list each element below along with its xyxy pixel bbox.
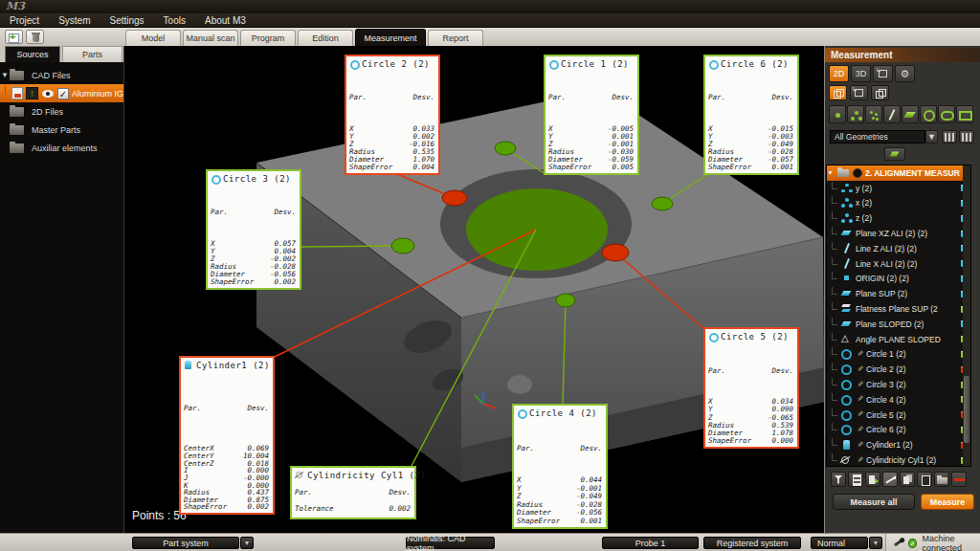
callout-circle1[interactable]: Circle 1 (2) Par.Desv. X-0.005 Y0.001 Z-… bbox=[544, 55, 639, 175]
folder-icon bbox=[10, 125, 24, 135]
registered-system-button[interactable]: Registered system bbox=[703, 537, 801, 549]
callout-circle2[interactable]: Circle 2 (2) Par.Desv. X0.033 Y0.002 Z-0… bbox=[345, 55, 440, 175]
tab-parts[interactable]: Parts bbox=[62, 46, 122, 62]
measure-all-button[interactable]: Measure all bbox=[833, 494, 915, 510]
geometry-tool-button[interactable] bbox=[847, 105, 864, 123]
measurement-tree-row[interactable]: ▼ ✎ x (2) bbox=[827, 196, 970, 211]
sidebar-item-part[interactable]: ↑ ✓ Aluminium IGS Chan bbox=[0, 84, 123, 102]
view-3d-button[interactable]: 3D bbox=[851, 65, 871, 82]
measurement-tree-row[interactable]: ▼ ✎ Plane XZ ALI (2) (2) bbox=[827, 226, 970, 241]
upload-icon[interactable]: ↑ bbox=[26, 87, 38, 99]
geometry-tool-button[interactable] bbox=[902, 105, 919, 123]
3d-viewport[interactable]: Points : 56 Circle 2 (2) Par.Desv. X0.03… bbox=[125, 46, 824, 533]
expand-arrow-icon[interactable]: ▼ bbox=[827, 169, 835, 176]
delete-button[interactable] bbox=[26, 30, 44, 44]
menu-item[interactable]: About M3 bbox=[195, 13, 256, 28]
new-project-button[interactable] bbox=[5, 30, 23, 44]
geometry-filter-select[interactable]: All Geometries bbox=[830, 130, 925, 143]
menu-item[interactable]: Project bbox=[0, 13, 49, 28]
measurement-tree-row[interactable]: ▼ ✎ Circle 5 (2) bbox=[827, 408, 970, 423]
menu-item[interactable]: Settings bbox=[100, 13, 153, 28]
visibility-eye-icon[interactable] bbox=[42, 90, 54, 98]
sidebar-item-cad-files[interactable]: ▼ CAD Files bbox=[0, 66, 123, 84]
tree-tool-button[interactable] bbox=[900, 472, 915, 487]
measurement-tree-row[interactable]: ▼ ✎ Circle 3 (2) bbox=[827, 377, 970, 392]
measurement-tree-row[interactable]: ▼ ✎ Cylinder1 (2) bbox=[827, 437, 970, 452]
measurement-tree-row[interactable]: ▼ ✎ Circle 1 (2) bbox=[827, 347, 970, 363]
geometry-tool-button[interactable] bbox=[920, 105, 937, 123]
menu-item[interactable]: System bbox=[49, 13, 100, 28]
geometry-tool-button[interactable] bbox=[883, 105, 901, 123]
measurement-tree-row[interactable]: ▼ ✎ Line Z ALI (2) (2) bbox=[827, 241, 970, 256]
window-link-button[interactable] bbox=[873, 65, 893, 82]
view-grid-button[interactable] bbox=[959, 130, 974, 143]
view-list-button[interactable] bbox=[942, 130, 957, 143]
callout-circle3[interactable]: Circle 3 (2) Par.Desv. X0.057 Y0.004 Z-0… bbox=[206, 169, 301, 290]
callout-cylindricity[interactable]: Cylindricity Cyl1 (2) Par.Desv. Toleranc… bbox=[290, 466, 416, 519]
part-system-dropdown-arrow[interactable]: ▼ bbox=[240, 537, 254, 549]
geometry-tool-button[interactable] bbox=[865, 105, 882, 123]
mode-dropdown-arrow[interactable]: ▼ bbox=[869, 537, 882, 549]
circle-icon bbox=[211, 174, 220, 184]
main-tab[interactable]: Manual scan bbox=[183, 30, 238, 46]
main-tab[interactable]: Program bbox=[240, 30, 296, 46]
tree-tool-button[interactable] bbox=[917, 472, 932, 487]
tree-scrollbar[interactable] bbox=[963, 165, 970, 466]
tool-icon bbox=[834, 474, 844, 485]
measurement-tree-row[interactable]: ▼ ✎ Circle 2 (2) bbox=[827, 362, 970, 377]
nominals-button[interactable]: Nominals: CAD system bbox=[406, 537, 495, 549]
geometry-tool-button[interactable] bbox=[938, 105, 955, 123]
measurement-tree-row[interactable]: ▼ ✎ ORIGIN (2) (2) bbox=[827, 272, 970, 287]
callout-cylinder1[interactable]: Cylinder1 (2) Par.Desv. CenterX0.069 Cen… bbox=[179, 356, 275, 515]
main-tab[interactable]: Model bbox=[125, 30, 181, 46]
measured-bore-green bbox=[466, 188, 608, 271]
checkbox-checked[interactable]: ✓ bbox=[57, 88, 69, 99]
part-system-select[interactable]: Part system bbox=[132, 537, 239, 549]
mode-select[interactable]: Normal bbox=[811, 537, 868, 549]
measurement-tree-row[interactable]: ▼ ✎ Line X ALI (2) (2) bbox=[827, 256, 970, 272]
window-link-icon bbox=[879, 70, 887, 77]
filter-dropdown-arrow[interactable]: ▼ bbox=[925, 130, 938, 143]
scrollbar-thumb[interactable] bbox=[964, 376, 969, 443]
tree-tool-button[interactable] bbox=[831, 472, 846, 487]
settings-button[interactable]: ⚙ bbox=[895, 65, 915, 82]
measurement-tree-row[interactable]: ▼ ✎ z (2) bbox=[827, 210, 970, 226]
measurement-tree-row[interactable]: ▼ ✎ Flatness Plane SUP (2 bbox=[827, 301, 970, 317]
measurement-tree-row[interactable]: ▼ ✎ Cylindricity Cyl1 (2) bbox=[827, 452, 970, 467]
geometry-tool-button[interactable] bbox=[956, 105, 973, 123]
tree-tool-button[interactable] bbox=[865, 472, 880, 487]
expand-arrow-icon[interactable]: ▼ bbox=[0, 71, 10, 79]
sidebar-item-auxiliar-elements[interactable]: Auxiliar elements bbox=[0, 139, 123, 157]
view-2d-button[interactable]: 2D bbox=[829, 65, 849, 82]
geometry-tool-button[interactable] bbox=[829, 105, 846, 123]
sidebar-item-master-parts[interactable]: Master Parts bbox=[0, 121, 123, 139]
measurement-tree-row[interactable]: ▼ ✎ Angle PLANE SLOPED bbox=[827, 332, 970, 347]
main-tab[interactable]: Measurement bbox=[355, 29, 426, 46]
refresh-geometries-button[interactable] bbox=[884, 147, 905, 161]
tree-tool-button[interactable] bbox=[848, 472, 863, 487]
probe-button[interactable]: Probe 1 bbox=[602, 537, 699, 549]
main-tab[interactable]: Edition bbox=[298, 30, 353, 46]
tree-tool-button[interactable] bbox=[882, 472, 898, 487]
tab-sources[interactable]: Sources bbox=[5, 46, 60, 62]
measure-button[interactable]: Measure bbox=[921, 494, 974, 510]
callout-circle6[interactable]: Circle 6 (2) Par.Desv. X-0.015 Y-0.003 Z… bbox=[703, 55, 799, 175]
visibility-eye-icon[interactable] bbox=[853, 168, 862, 178]
callout-circle4[interactable]: Circle 4 (2) Par.Desv. X0.044 Y-0.001 Z-… bbox=[512, 404, 608, 529]
measurement-tree-row[interactable]: ▼ ✎ Circle 6 (2) bbox=[827, 423, 970, 438]
measurement-tree-row[interactable]: ▼ ✎ Circle 4 (2) bbox=[827, 392, 970, 408]
tree-tool-button[interactable] bbox=[934, 472, 949, 487]
layers-button[interactable] bbox=[829, 85, 847, 100]
menu-item[interactable]: Tools bbox=[154, 13, 195, 28]
layer-single-button[interactable] bbox=[850, 85, 868, 100]
layers-cascade-button[interactable] bbox=[871, 85, 889, 100]
measurement-tree-row[interactable]: ▼ ✎ 2. ALIGNMENT MEASUR bbox=[827, 165, 970, 181]
probe-icon: ✎ bbox=[856, 381, 864, 389]
callout-circle5[interactable]: Circle 5 (2) Par.Desv. X0.034 Y0.090 Z-0… bbox=[703, 327, 799, 449]
sidebar-item-2d-files[interactable]: 2D Files bbox=[0, 102, 123, 121]
measurement-tree-row[interactable]: ▼ ✎ Plane SLOPED (2) bbox=[827, 317, 970, 332]
tree-tool-button[interactable] bbox=[951, 472, 967, 487]
measurement-tree-row[interactable]: ▼ ✎ Plane SUP (2) bbox=[827, 286, 970, 301]
measurement-tree-row[interactable]: ▼ ✎ y (2) bbox=[827, 181, 970, 196]
main-tab[interactable]: Report bbox=[428, 30, 483, 46]
